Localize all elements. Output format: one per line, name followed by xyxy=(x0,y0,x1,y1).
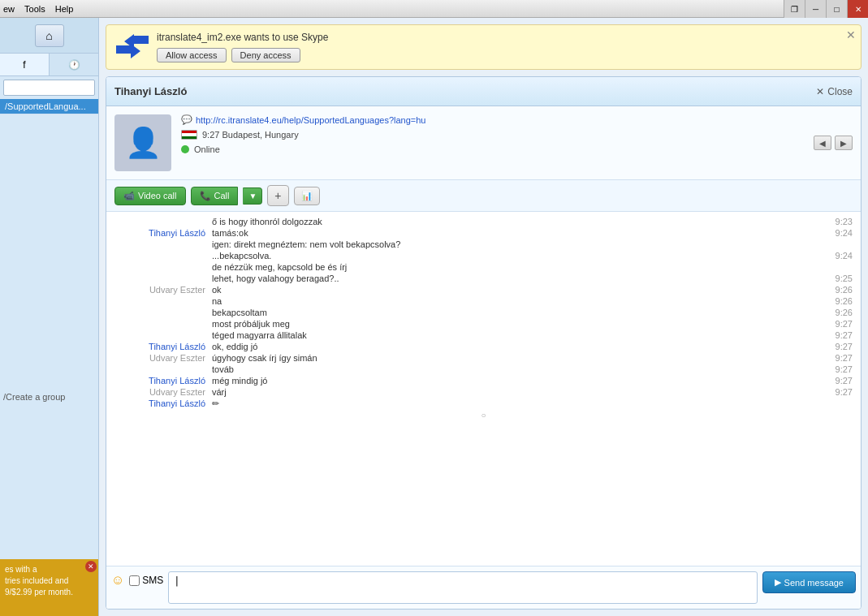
stats-button[interactable]: 📊 xyxy=(294,187,320,205)
status-text: Online xyxy=(194,144,220,154)
profile-link[interactable]: 💬 http://rc.itranslate4.eu/help/Supporte… xyxy=(181,114,853,125)
permission-banner: itranslate4_im2.exe wants to use Skype A… xyxy=(106,24,862,70)
sidebar-create-group[interactable]: /Create a group xyxy=(0,390,98,403)
message-sender xyxy=(114,274,212,283)
deny-access-button[interactable]: Deny access xyxy=(231,48,300,62)
permission-message: itranslate4_im2.exe wants to use Skype A… xyxy=(157,32,851,62)
phone-icon: 📞 xyxy=(200,191,211,201)
allow-access-button[interactable]: Allow access xyxy=(157,48,227,62)
message-sender xyxy=(114,364,212,374)
sidebar-tab-history[interactable]: 🕐 xyxy=(50,54,98,75)
sidebar-promo-text: es with atries included and9/$2.99 per m… xyxy=(5,564,93,598)
maximize-button[interactable]: □ xyxy=(826,0,847,18)
call-button[interactable]: 📞 Call xyxy=(191,187,239,205)
send-message-button[interactable]: ▶ Send message xyxy=(762,571,856,593)
call-label: Call xyxy=(214,191,230,200)
sms-checkbox-area: SMS xyxy=(129,571,163,586)
close-window-button[interactable]: ✕ xyxy=(847,0,868,18)
video-call-button[interactable]: 📹 Video call xyxy=(114,187,186,205)
menu-item-help[interactable]: Help xyxy=(55,4,74,14)
facebook-icon: f xyxy=(23,59,25,71)
add-button[interactable]: + xyxy=(267,185,288,206)
chat-header: Tihanyi László ✕ Close xyxy=(106,77,861,106)
sidebar: ⌂ f 🕐 /SupportedLangua... /Create a grou… xyxy=(0,18,99,616)
online-status-icon xyxy=(181,145,189,153)
message-content: továb xyxy=(212,364,820,374)
message-sender: Udvary Eszter xyxy=(114,285,212,295)
message-sender xyxy=(114,262,212,272)
menu-item-tools[interactable]: Tools xyxy=(24,4,45,14)
message-content: ...bekapcsolva. xyxy=(212,251,820,261)
sms-checkbox[interactable] xyxy=(129,575,140,586)
message-content: lehet, hogy valahogy beragad?.. xyxy=(212,274,820,283)
chevron-down-icon: ▼ xyxy=(248,192,257,200)
message-time: 9:27 xyxy=(820,342,853,351)
table-row: Udvary Eszterok9:26 xyxy=(114,285,853,295)
table-row: igen: direkt megnéztem: nem volt bekapcs… xyxy=(114,239,853,249)
chat-input-area: ☺ SMS | ▶ Send message xyxy=(106,566,861,609)
message-content: ok xyxy=(212,285,820,295)
message-sender: Udvary Eszter xyxy=(114,387,212,397)
close-x-icon: ✕ xyxy=(816,86,824,97)
message-time: 9:27 xyxy=(820,376,853,386)
table-row: bekapcsoltam9:26 xyxy=(114,308,853,317)
skype-arrows-icon xyxy=(116,32,149,62)
action-bar: 📹 Video call 📞 Call ▼ + 📊 xyxy=(106,180,861,212)
permission-close-icon[interactable]: ✕ xyxy=(846,28,856,41)
table-row: Udvary Eszterúgyhogy csak írj így simán9… xyxy=(114,353,853,363)
menu-item-ew[interactable]: ew xyxy=(3,4,15,14)
sidebar-search-input[interactable] xyxy=(3,80,95,96)
restore-button[interactable]: ❐ xyxy=(784,0,805,18)
menu-bar: ew Tools Help ❐ ─ □ ✕ xyxy=(0,0,868,18)
message-sender xyxy=(114,319,212,329)
message-sender xyxy=(114,251,212,261)
message-time: 9:27 xyxy=(820,387,853,397)
message-time: 9:27 xyxy=(820,364,853,374)
table-row: most próbáljuk meg9:27 xyxy=(114,319,853,329)
message-content: na xyxy=(212,296,820,306)
message-time xyxy=(820,398,853,409)
profile-nav-next[interactable]: ▶ xyxy=(835,136,853,150)
message-content: most próbáljuk meg xyxy=(212,319,820,329)
sidebar-promo: ✕ es with atries included and9/$2.99 per… xyxy=(0,559,98,616)
sidebar-tabs: f 🕐 xyxy=(0,54,98,76)
message-sender xyxy=(114,239,212,249)
message-time xyxy=(820,262,853,272)
message-sender xyxy=(114,308,212,317)
table-row: na9:26 xyxy=(114,296,853,306)
message-sender: Tihanyi László xyxy=(114,342,212,351)
chat-divider: ○ xyxy=(114,411,853,420)
sidebar-promo-close[interactable]: ✕ xyxy=(85,561,97,572)
table-row: téged magyarra állitalak9:27 xyxy=(114,330,853,340)
avatar: 👤 xyxy=(114,114,171,171)
table-row: de nézzük meg, kapcsold be és írj xyxy=(114,262,853,272)
message-sender: Tihanyi László xyxy=(114,398,212,409)
minimize-button[interactable]: ─ xyxy=(805,0,826,18)
location-text: 9:27 Budapest, Hungary xyxy=(202,130,299,140)
send-icon: ▶ xyxy=(775,577,781,588)
message-time: 9:24 xyxy=(820,228,853,238)
profile-nav-prev[interactable]: ◀ xyxy=(814,136,831,150)
emoji-button[interactable]: ☺ xyxy=(111,571,124,588)
sidebar-tab-facebook[interactable]: f xyxy=(0,54,50,75)
chat-messages[interactable]: ő is hogy ithonról dolgozzak9:23Tihanyi … xyxy=(106,212,861,566)
video-call-label: Video call xyxy=(138,191,177,200)
app-container: ⌂ f 🕐 /SupportedLangua... /Create a grou… xyxy=(0,18,868,616)
home-button[interactable]: ⌂ xyxy=(35,24,64,47)
chat-input[interactable]: | xyxy=(168,571,757,604)
sidebar-item-supported-languages[interactable]: /SupportedLangua... xyxy=(0,99,98,114)
send-label: Send message xyxy=(784,578,844,588)
call-dropdown-button[interactable]: ▼ xyxy=(243,187,262,205)
message-content: úgyhogy csak írj így simán xyxy=(212,353,820,363)
chat-close-button[interactable]: ✕ Close xyxy=(816,86,853,97)
table-row: lehet, hogy valahogy beragad?..9:25 xyxy=(114,274,853,283)
message-content: bekapcsoltam xyxy=(212,308,820,317)
message-content: ok, eddig jó xyxy=(212,342,820,351)
window-controls: ❐ ─ □ ✕ xyxy=(784,0,868,18)
chat-bubble-icon: 💬 xyxy=(181,114,192,125)
chat-window: Tihanyi László ✕ Close 👤 💬 http://rc.itr… xyxy=(106,76,862,610)
close-label: Close xyxy=(827,86,853,97)
plus-icon: + xyxy=(274,189,281,202)
message-time: 9:27 xyxy=(820,319,853,329)
sidebar-top: ⌂ xyxy=(0,18,98,54)
